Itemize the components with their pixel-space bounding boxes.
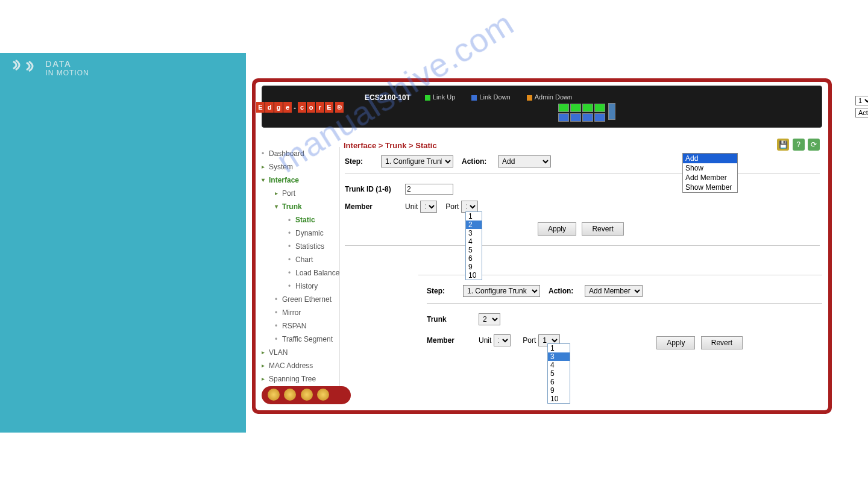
nav-static[interactable]: Static [274, 213, 339, 227]
action-opt-addmember[interactable]: Add Member [683, 173, 737, 183]
p2-port-opt[interactable]: 3 [548, 352, 570, 361]
nav-statistics[interactable]: Statistics [274, 240, 339, 253]
p2-revert-button[interactable]: Revert [701, 336, 743, 349]
p2-action-label: Action: [549, 287, 579, 295]
save-icon[interactable]: 💾 [777, 139, 789, 151]
bottom-toolbar [262, 386, 351, 404]
action-opt-add[interactable]: Add [683, 154, 737, 163]
p2-step-select[interactable]: 1. Configure Trunk [463, 285, 540, 297]
member-port-label: Port [445, 202, 459, 211]
brand-text-1: DATA [45, 59, 89, 69]
left-brand-panel: DATA IN MOTION [0, 53, 246, 433]
step-label: Step: [345, 157, 375, 166]
unit-label: Unit [834, 97, 854, 104]
port-opt[interactable]: 6 [466, 254, 482, 263]
toolbar-icon-3[interactable] [301, 389, 313, 401]
main-content: Step: 1. Configure Trunk Action: Add Add… [345, 155, 820, 255]
device-frame: Edge-corE® ECS2100-10T Link Up Link Down… [252, 78, 832, 414]
p2-port-opt[interactable]: 4 [548, 361, 570, 369]
p2-trunk-label: Trunk [427, 315, 473, 324]
device-header: Edge-corE® ECS2100-10T Link Up Link Down… [262, 86, 822, 128]
action-label: Action: [462, 157, 492, 166]
trunk-id-input[interactable] [405, 184, 453, 195]
port-opt[interactable]: 4 [466, 237, 482, 246]
nav-traffic-segment[interactable]: Traffic Segment [266, 333, 339, 346]
p2-port-opt[interactable]: 10 [548, 395, 570, 403]
link-legend: Link Up Link Down Admin Down [425, 93, 587, 101]
p2-unit-select[interactable]: 1 [494, 334, 511, 346]
logo-stripes-icon [12, 59, 39, 87]
sidebar-nav[interactable]: Dashboard System Interface Port Trunk St… [259, 147, 340, 388]
nav-mirror[interactable]: Mirror [266, 306, 339, 319]
port-opt[interactable]: 5 [466, 246, 482, 254]
p2-port-opt[interactable]: 5 [548, 369, 570, 378]
mode-label: Mode [834, 109, 854, 116]
p2-port-opt[interactable]: 6 [548, 378, 570, 386]
member-label: Member [345, 202, 399, 211]
port-opt[interactable]: 10 [466, 271, 482, 280]
apply-button[interactable]: Apply [538, 222, 576, 236]
revert-button[interactable]: Revert [582, 222, 623, 236]
p2-trunk-select[interactable]: 2 [479, 313, 500, 325]
nav-port[interactable]: Port [266, 187, 339, 200]
trunk-id-label: Trunk ID (1-8) [345, 185, 399, 193]
action-select[interactable]: Add [498, 155, 551, 167]
port-opt[interactable]: 9 [466, 263, 482, 271]
header-controls: Unit 1 Mode Active [834, 96, 868, 120]
nav-system[interactable]: System [259, 160, 339, 174]
p2-member-label: Member [427, 336, 473, 345]
p2-apply-button[interactable]: Apply [656, 336, 695, 349]
p2-port-opt[interactable]: 9 [548, 386, 570, 395]
p2-step-label: Step: [427, 287, 457, 295]
nav-trunk[interactable]: Trunk [266, 200, 339, 213]
refresh-icon[interactable]: ⟳ [808, 139, 820, 151]
step-select[interactable]: 1. Configure Trunk [381, 155, 453, 167]
legend-link-down: Link Down [471, 93, 517, 101]
nav-dashboard[interactable]: Dashboard [259, 147, 339, 160]
mode-select[interactable]: Active [855, 108, 868, 117]
panel-add-member: Step: 1. Configure Trunk Action: Add Mem… [418, 271, 822, 355]
nav-mac[interactable]: MAC Address [259, 359, 339, 372]
toolbar-icon-2[interactable] [284, 389, 296, 401]
toolbar-icon-1[interactable] [268, 389, 280, 401]
brand-text-2: IN MOTION [45, 69, 89, 77]
legend-link-up: Link Up [425, 93, 462, 101]
action-opt-show[interactable]: Show [683, 163, 737, 173]
toolbar-icon-4[interactable] [317, 389, 329, 401]
nav-vlan[interactable]: VLAN [259, 346, 339, 359]
nav-interface[interactable]: Interface [259, 174, 339, 187]
p2-action-select[interactable]: Add Member [585, 285, 643, 297]
member-unit-select[interactable]: 1 [420, 201, 437, 213]
nav-load-balance[interactable]: Load Balance [274, 266, 339, 280]
nav-spanning-tree[interactable]: Spanning Tree [259, 372, 339, 386]
port-opt[interactable]: 1 [466, 212, 482, 221]
edgecore-logo: Edge-corE® [256, 102, 344, 113]
unit-select[interactable]: 1 [855, 96, 868, 105]
legend-admin-down: Admin Down [527, 93, 579, 101]
nav-green-ethernet[interactable]: Green Ethernet [266, 293, 339, 306]
action-dropdown[interactable]: Add Show Add Member Show Member [682, 153, 738, 193]
nav-history[interactable]: History [274, 280, 339, 293]
port-opt[interactable]: 2 [466, 221, 482, 229]
member-port-select[interactable]: 1 [461, 201, 478, 213]
p2-unit-label: Unit [479, 336, 491, 345]
nav-chart[interactable]: Chart [274, 253, 339, 266]
action-opt-showmember[interactable]: Show Member [683, 183, 737, 192]
nav-dynamic[interactable]: Dynamic [274, 227, 339, 240]
port-opt[interactable]: 3 [466, 229, 482, 237]
p2-port-opt[interactable]: 1 [548, 344, 570, 352]
port-dropdown-2[interactable]: 1 3 4 5 6 9 10 [547, 343, 570, 404]
p2-port-label: Port [523, 336, 536, 345]
member-unit-label: Unit [405, 202, 418, 211]
help-icon[interactable]: ? [793, 139, 805, 151]
nav-rspan[interactable]: RSPAN [266, 319, 339, 333]
model-name: ECS2100-10T [365, 93, 410, 102]
brand-logo: DATA IN MOTION [12, 59, 89, 87]
breadcrumb: Interface > Trunk > Static [344, 141, 820, 150]
port-dropdown-1[interactable]: 1 2 3 4 5 6 9 10 [465, 211, 482, 280]
port-graphic [558, 103, 615, 122]
